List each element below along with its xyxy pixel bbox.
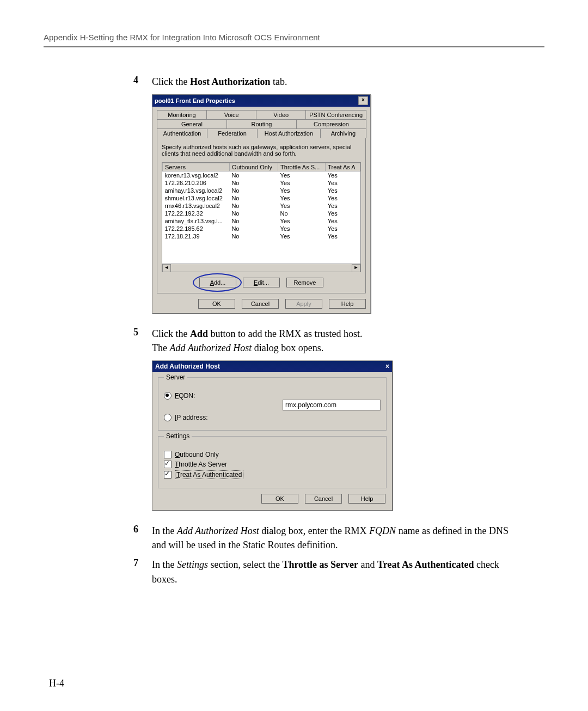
- table-row[interactable]: koren.r13.vsg.local2NoYesYes: [163, 171, 360, 180]
- table-row[interactable]: rmx46.r13.vsg.local2NoYesYes: [163, 202, 360, 210]
- server-group: Server FQDN: IP address:: [158, 377, 387, 431]
- tab-compression[interactable]: Compression: [296, 119, 366, 128]
- ok-button[interactable]: OK: [198, 299, 235, 309]
- tab-voice[interactable]: Voice: [206, 110, 256, 119]
- col-outbound[interactable]: Outbound Only: [229, 163, 278, 171]
- close-icon[interactable]: ×: [358, 96, 368, 105]
- step-number: 5: [133, 327, 152, 338]
- ok-button[interactable]: OK: [261, 494, 298, 504]
- scroll-left-icon[interactable]: ◄: [162, 264, 171, 272]
- col-treat[interactable]: Treat As A: [326, 163, 360, 171]
- page-header: Appendix H-Setting the RMX for Integrati…: [44, 33, 544, 42]
- tab-archiving[interactable]: Archiving: [320, 128, 366, 138]
- dialog-title: Add Authorized Host: [155, 363, 220, 370]
- tab-pstn[interactable]: PSTN Conferencing: [305, 110, 366, 119]
- tab-host-authorization[interactable]: Host Authorization: [257, 128, 321, 138]
- table-row[interactable]: amihay_tls.r13.vsg.l...NoYesYes: [163, 217, 360, 225]
- step-text: Click the Host Authorization tab.: [152, 75, 512, 89]
- fqdn-radio[interactable]: [164, 392, 171, 400]
- step-6: 6 In the Add Authorized Host dialog box,…: [133, 524, 512, 552]
- tab-description: Specify authorized hosts such as gateway…: [162, 144, 361, 157]
- settings-group: Settings Outbound Only Throttle As Serve…: [158, 436, 387, 488]
- page-number: H-4: [49, 678, 64, 689]
- help-button[interactable]: Help: [348, 494, 385, 504]
- ip-radio[interactable]: [164, 414, 171, 421]
- step-5: 5 Click the Add button to add the RMX as…: [133, 327, 512, 355]
- step-text: Click the Add button to add the RMX as t…: [152, 327, 512, 355]
- throttle-checkbox[interactable]: [164, 461, 171, 468]
- tab-authentication[interactable]: Authentication: [157, 128, 207, 138]
- header-rule: [44, 46, 544, 47]
- fqdn-input[interactable]: [283, 400, 381, 410]
- outbound-label: Outbound Only: [175, 451, 219, 458]
- tab-routing[interactable]: Routing: [226, 119, 297, 128]
- tab-federation[interactable]: Federation: [207, 128, 258, 138]
- treat-label: Treat As Authenticated: [175, 470, 243, 479]
- edit-button[interactable]: Edit...: [243, 278, 280, 287]
- col-throttle[interactable]: Throttle As S...: [278, 163, 326, 171]
- step-4: 4 Click the Host Authorization tab.: [133, 75, 512, 89]
- help-button[interactable]: Help: [329, 299, 366, 309]
- servers-table[interactable]: Servers Outbound Only Throttle As S... T…: [162, 162, 361, 272]
- cancel-button[interactable]: Cancel: [305, 494, 342, 504]
- tab-monitoring[interactable]: Monitoring: [157, 110, 207, 119]
- step-text: In the Add Authorized Host dialog box, e…: [152, 524, 512, 552]
- add-button[interactable]: Add...: [199, 278, 236, 287]
- table-row[interactable]: 172.22.185.62NoYesYes: [163, 225, 360, 232]
- tab-general[interactable]: General: [157, 119, 227, 128]
- settings-legend: Settings: [164, 432, 192, 440]
- front-end-properties-dialog: pool01 Front End Properties × Monitoring…: [152, 94, 371, 314]
- table-row[interactable]: shmuel.r13.vsg.local2NoYesYes: [163, 194, 360, 202]
- col-servers[interactable]: Servers: [163, 163, 230, 171]
- cancel-button[interactable]: Cancel: [242, 299, 279, 309]
- step-7: 7 In the Settings section, select the Th…: [133, 557, 512, 586]
- close-icon[interactable]: ×: [385, 363, 389, 370]
- step-number: 6: [133, 524, 152, 535]
- fqdn-label: FQDN:: [175, 392, 195, 400]
- table-row[interactable]: 172.18.21.39NoYesYes: [163, 232, 360, 240]
- apply-button[interactable]: Apply: [285, 299, 322, 309]
- treat-checkbox[interactable]: [164, 471, 171, 479]
- tab-video[interactable]: Video: [256, 110, 306, 119]
- table-row[interactable]: 172.26.210.206NoYesYes: [163, 179, 360, 187]
- dialog-title: pool01 Front End Properties: [155, 97, 235, 104]
- server-legend: Server: [164, 373, 187, 381]
- throttle-label: Throttle As Server: [175, 461, 227, 468]
- step-number: 7: [133, 557, 152, 569]
- remove-button[interactable]: Remove: [286, 278, 323, 287]
- ip-label: IP address:: [175, 414, 208, 421]
- step-number: 4: [133, 75, 152, 86]
- add-authorized-host-dialog: Add Authorized Host × Server FQDN: IP ad…: [152, 360, 393, 511]
- outbound-checkbox[interactable]: [164, 451, 171, 458]
- scroll-right-icon[interactable]: ►: [352, 264, 360, 272]
- step-text: In the Settings section, select the Thro…: [152, 557, 512, 586]
- table-row[interactable]: amihay.r13.vsg.local2NoYesYes: [163, 187, 360, 194]
- horizontal-scrollbar[interactable]: ◄ ►: [162, 263, 360, 272]
- table-row[interactable]: 172.22.192.32NoNoYes: [163, 210, 360, 217]
